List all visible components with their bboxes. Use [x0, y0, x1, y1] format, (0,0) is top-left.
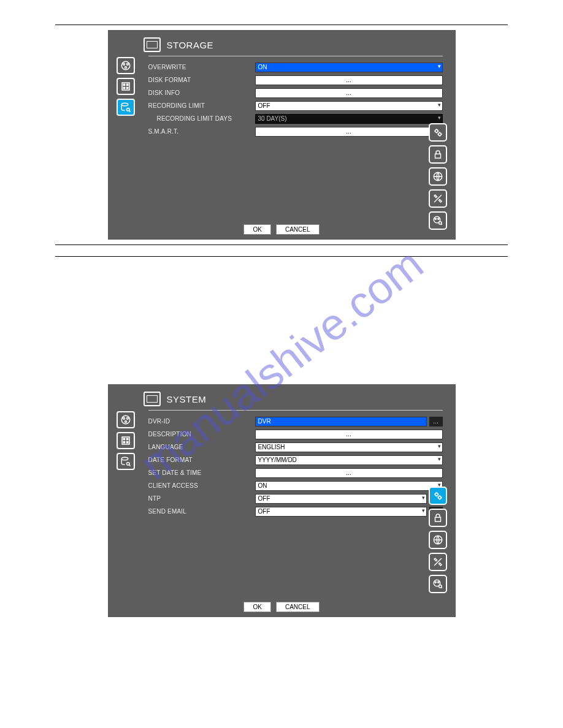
setting-row: DISK FORMAT... [148, 74, 443, 86]
setting-field[interactable]: OFF▾ [255, 507, 427, 517]
setting-label: LANGUAGE [148, 444, 255, 450]
left-nav [117, 411, 135, 470]
svg-point-31 [438, 496, 441, 499]
svg-rect-7 [123, 88, 124, 89]
setting-row: DESCRIPTION... [148, 428, 443, 440]
setting-label: NTP [148, 495, 255, 502]
tools-icon[interactable] [429, 189, 447, 208]
svg-rect-5 [123, 84, 124, 85]
setting-field[interactable]: ENGLISH▾ [255, 442, 443, 452]
system-panel: SYSTEM DVR-IDDVR...DESCRIPTION...LANGUAG… [108, 384, 456, 617]
button-row: OK CANCEL [108, 602, 456, 612]
setting-label: SET DATE & TIME [148, 469, 255, 476]
setting-row: DATE FORMATYYYY/MM/DD▾ [148, 454, 443, 466]
svg-point-36 [437, 582, 439, 583]
globe-icon[interactable] [429, 531, 447, 549]
panel-title: SYSTEM [167, 394, 207, 404]
setting-row: RECORDING LIMITOFF▾ [148, 100, 443, 112]
setting-field[interactable]: ... [255, 75, 443, 85]
setting-field[interactable]: ... [255, 430, 443, 439]
cancel-button[interactable]: CANCEL [276, 224, 320, 235]
title-underline [148, 56, 443, 56]
left-nav [117, 57, 135, 116]
cancel-button[interactable]: CANCEL [276, 602, 320, 612]
divider-top [55, 25, 508, 25]
system-rows: DVR-IDDVR...DESCRIPTION...LANGUAGEENGLIS… [148, 415, 443, 518]
setting-row: DVR-IDDVR... [148, 415, 443, 427]
lock-icon[interactable] [429, 145, 447, 164]
svg-rect-27 [126, 442, 128, 443]
setting-field[interactable]: ... [255, 468, 443, 478]
ok-button[interactable]: OK [243, 224, 270, 235]
setting-label: OVERWRITE [148, 64, 255, 70]
setting-row: RECORDING LIMIT DAYS30 DAY(S)▾ [148, 113, 443, 124]
svg-rect-26 [123, 442, 124, 443]
setting-field[interactable]: DVR [255, 417, 427, 427]
title-underline [148, 410, 443, 411]
setting-row: CLIENT ACCESSON▾ [148, 480, 443, 491]
svg-rect-32 [435, 517, 440, 521]
gears-icon[interactable] [429, 487, 447, 505]
setting-row: SEND EMAILOFF▾... [148, 506, 443, 517]
setting-field[interactable]: ON▾ [255, 63, 443, 72]
svg-rect-25 [126, 438, 128, 439]
monitor-icon [144, 392, 161, 406]
dropdown-marker-icon: ▾ [438, 63, 441, 69]
keypad-icon[interactable] [117, 432, 135, 449]
reel-icon[interactable] [117, 411, 135, 428]
svg-rect-13 [435, 154, 440, 158]
svg-point-28 [121, 457, 128, 460]
svg-rect-6 [126, 84, 128, 85]
setting-field[interactable]: OFF▾ [255, 101, 443, 111]
gears-icon[interactable] [429, 123, 447, 142]
lock-icon[interactable] [429, 509, 447, 527]
ok-button[interactable]: OK [243, 602, 270, 612]
setting-field[interactable]: OFF▾ [255, 494, 427, 504]
setting-label: DESCRIPTION [148, 431, 255, 438]
setting-label: DISK FORMAT [148, 77, 255, 83]
setting-field[interactable]: ... [255, 127, 443, 137]
svg-point-17 [437, 218, 439, 219]
panel-title: STORAGE [167, 40, 214, 50]
svg-point-12 [438, 133, 441, 136]
more-button[interactable]: ... [429, 417, 443, 427]
right-nav [429, 123, 447, 230]
setting-row: OVERWRITEON▾ [148, 61, 443, 73]
disk-search-icon[interactable] [117, 453, 135, 470]
svg-point-20 [123, 417, 124, 419]
setting-label: RECORDING LIMIT DAYS [148, 115, 255, 122]
right-nav [429, 487, 447, 593]
tools-icon[interactable] [429, 553, 447, 571]
reel-search-icon[interactable] [429, 575, 447, 593]
divider-mid1 [55, 245, 508, 245]
setting-label: CLIENT ACCESS [148, 482, 255, 489]
setting-field[interactable]: 30 DAY(S)▾ [255, 114, 443, 124]
reel-icon[interactable] [117, 57, 135, 74]
svg-point-35 [435, 582, 436, 583]
setting-field[interactable]: ... [255, 88, 443, 98]
svg-point-11 [435, 130, 438, 133]
storage-rows: OVERWRITEON▾DISK FORMAT...DISK INFO...RE… [148, 61, 443, 138]
dropdown-marker-icon: ▾ [422, 507, 425, 514]
button-row: OK CANCEL [108, 224, 456, 235]
dropdown-marker-icon: ▾ [438, 456, 441, 462]
svg-point-9 [121, 103, 128, 106]
storage-panel: STORAGE OVERWRITEON▾DISK FORMAT...DISK I… [108, 30, 456, 240]
setting-label: DATE FORMAT [148, 457, 255, 463]
setting-row: SET DATE & TIME... [148, 467, 443, 479]
svg-point-2 [126, 63, 128, 65]
globe-icon[interactable] [429, 167, 447, 186]
setting-field[interactable]: ON▾ [255, 481, 443, 491]
svg-point-22 [124, 421, 126, 423]
setting-label: DVR-ID [148, 418, 255, 425]
setting-row: DISK INFO... [148, 87, 443, 99]
dropdown-marker-icon: ▾ [438, 102, 441, 108]
svg-point-21 [126, 417, 128, 419]
svg-point-16 [435, 218, 436, 219]
setting-label: S.M.A.R.T. [148, 128, 255, 135]
setting-field[interactable]: YYYY/MM/DD▾ [255, 455, 443, 465]
dropdown-marker-icon: ▾ [438, 443, 441, 449]
setting-label: RECORDING LIMIT [148, 102, 255, 109]
keypad-icon[interactable] [117, 78, 135, 95]
disk-search-icon[interactable] [117, 99, 135, 116]
